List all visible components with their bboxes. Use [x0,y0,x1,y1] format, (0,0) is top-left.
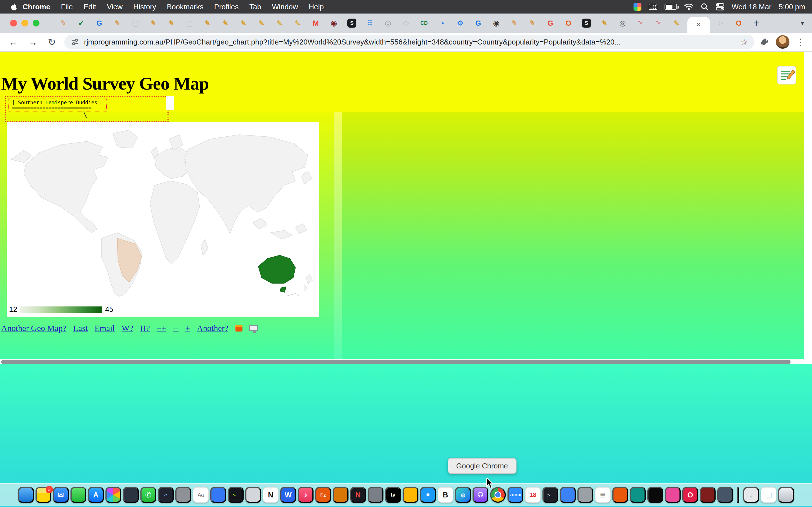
country-australia[interactable] [258,255,296,283]
dock-icon[interactable]: ✆ [140,487,156,503]
page-link[interactable]: + [185,323,190,333]
dock-icon[interactable]: ☊ [472,487,488,503]
browser-tab[interactable]: S [343,13,361,33]
dock-icon[interactable]: ≣ [595,487,611,503]
dock-icon[interactable]: Fz [315,487,331,503]
browser-tab[interactable]: M [307,13,325,33]
browser-tab[interactable]: O [730,13,748,33]
address-bar[interactable]: rjmprogramming.com.au/PHP/GeoChart/geo_c… [64,35,755,49]
spotlight-search-icon[interactable] [701,3,709,11]
browser-tab[interactable]: ✎ [289,13,307,33]
new-tab-button[interactable]: + [753,17,759,29]
page-link[interactable]: Another? [197,323,229,333]
dock-icon[interactable]: e [455,487,471,503]
browser-tab[interactable]: ✎ [668,13,686,33]
dock-icon[interactable] [778,487,794,503]
browser-tab[interactable]: ✔ [72,13,90,33]
menu-item[interactable]: Edit [84,3,96,11]
window-zoom-button[interactable] [33,20,40,26]
battery-icon[interactable] [665,4,677,10]
window-close-button[interactable] [10,20,17,26]
dock-icon[interactable]: Aa [193,487,209,503]
browser-tab[interactable]: ◌ [712,13,730,33]
dock-icon[interactable]: ↓ [743,487,759,503]
browser-tab[interactable]: ◉ [325,13,343,33]
page-link[interactable]: -- [173,323,179,333]
page-link[interactable]: Email [94,323,115,333]
dock-icon[interactable] [700,487,716,503]
dock-icon[interactable] [737,487,739,503]
browser-tab[interactable]: O [559,13,577,33]
menubar-date[interactable]: Wed 18 Mar [732,3,771,11]
menu-item[interactable]: Bookmarks [167,3,204,11]
browser-tab[interactable]: ✎ [271,13,289,33]
dock-icon[interactable]: 18 [525,487,541,503]
browser-tab[interactable]: ✎ [199,13,216,33]
browser-tab[interactable]: ◎ [613,13,631,33]
page-link[interactable]: ++ [157,323,166,333]
horizontal-scrollbar-thumb[interactable] [1,360,791,364]
dock-icon[interactable] [630,487,646,503]
dock-icon[interactable]: N [350,487,366,503]
browser-tab[interactable]: ✎ [596,13,613,33]
browser-tab[interactable]: ✎ [54,13,72,33]
dock-icon[interactable]: 3 [36,487,51,503]
dock-icon[interactable]: W [280,487,296,503]
dock-icon[interactable] [245,487,261,503]
menu-item[interactable]: Profiles [214,3,239,11]
dock-icon[interactable] [368,487,384,503]
close-tab-icon[interactable]: ✕ [696,21,701,29]
browser-tab[interactable]: ◔ [433,13,451,33]
world-geochart[interactable] [7,122,319,297]
menu-item[interactable]: Window [272,3,298,11]
menu-item[interactable]: Help [309,3,324,11]
browser-tab[interactable]: ☞ [631,13,650,33]
dock-icon[interactable] [70,487,86,503]
dock-icon[interactable]: tv [385,487,401,503]
browser-tab[interactable]: ◇ [397,13,415,33]
memo-note-icon[interactable] [777,66,796,84]
dock-icon[interactable]: B [438,487,453,503]
browser-menu-kebab-icon[interactable]: ⋮ [796,37,805,47]
dock-icon[interactable]: ▤ [761,487,776,503]
dock-icon[interactable] [105,487,121,503]
page-link[interactable]: W? [121,323,133,333]
browser-tab[interactable]: ◎ [379,13,397,33]
dock-icon[interactable] [403,487,418,503]
browser-tab[interactable]: G [90,13,108,33]
dock-icon[interactable] [333,487,349,503]
wifi-icon[interactable] [684,3,693,10]
forward-button[interactable]: → [26,37,40,48]
dock-icon[interactable] [647,487,663,503]
dock-icon[interactable] [210,487,226,503]
dock-icon[interactable]: A [88,487,104,503]
dock-icon[interactable] [18,487,34,503]
dock-icon[interactable]: >_ [543,487,558,503]
keyboard-input-icon[interactable] [649,4,657,10]
browser-tab[interactable]: ✎ [144,13,162,33]
browser-tab[interactable]: ☞ [650,13,668,33]
browser-tab[interactable]: G [541,13,559,33]
dock-icon[interactable] [420,487,436,503]
dock-icon[interactable] [123,487,139,503]
dock-icon[interactable]: N [263,487,278,503]
window-minimize-button[interactable] [21,20,28,26]
control-center-icon[interactable] [716,3,724,10]
dock-icon[interactable] [612,487,628,503]
profile-avatar[interactable] [776,35,790,49]
browser-tab[interactable]: ◉ [487,13,505,33]
page-link[interactable]: Last [73,323,88,333]
browser-tab[interactable]: ✎ [505,13,523,33]
tab-overflow-chevron-icon[interactable]: ▾ [801,13,804,33]
browser-tab[interactable]: ✎ [523,13,541,33]
browser-tab[interactable]: ✎ [108,13,126,33]
browser-tab[interactable]: ✎ [216,13,235,33]
menubar-app-icon[interactable] [633,3,642,11]
dock-icon[interactable]: ♪ [298,487,313,503]
reload-button[interactable]: ↻ [45,36,59,48]
bookmark-star-icon[interactable]: ☆ [741,38,748,47]
browser-tab[interactable]: ✎ [235,13,253,33]
menu-item[interactable]: Chrome [22,3,50,11]
page-link[interactable]: Another Geo Map? [1,323,66,333]
dock-icon[interactable]: >_ [228,487,244,503]
